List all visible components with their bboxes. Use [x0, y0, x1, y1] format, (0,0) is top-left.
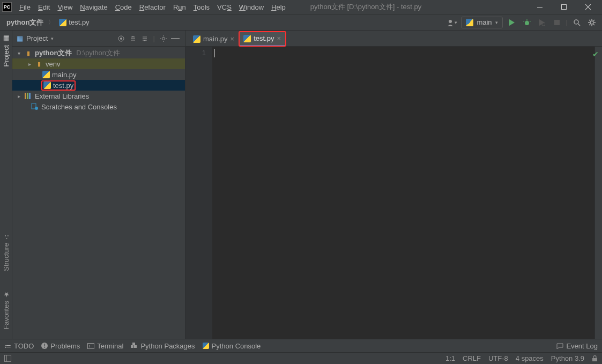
tool-problems-label: Problems: [50, 342, 80, 350]
tool-todo-label: TODO: [14, 342, 34, 350]
run-coverage-button[interactable]: [536, 17, 548, 28]
run-config-selector[interactable]: main ▾: [461, 17, 502, 28]
stop-button[interactable]: [551, 17, 563, 28]
lock-icon[interactable]: [592, 355, 598, 362]
tab-main-label: main.py: [203, 35, 228, 43]
svg-point-9: [574, 20, 578, 24]
code-editor[interactable]: [212, 47, 594, 339]
project-view-icon: ▦: [17, 34, 23, 42]
tool-todo[interactable]: ≔ TODO: [4, 342, 34, 350]
status-interpreter[interactable]: Python 3.9: [551, 354, 584, 362]
status-line-separator[interactable]: CRLF: [463, 354, 481, 362]
tree-venv[interactable]: ▸ ▮ venv: [12, 58, 185, 69]
svg-rect-37: [5, 355, 7, 362]
left-tool-gutter: Project ▦ Structure ⛬ Favorites ★: [0, 31, 12, 339]
svg-rect-34: [134, 345, 137, 348]
close-tab-icon[interactable]: ×: [277, 34, 281, 42]
svg-point-3: [525, 21, 529, 25]
tree-test-label: test.py: [53, 81, 73, 90]
minimize-button[interactable]: [527, 0, 552, 14]
tree-root[interactable]: ▾ ▮ python文件 D:\python文件: [12, 48, 185, 58]
menu-code[interactable]: Code: [112, 2, 135, 12]
tool-terminal[interactable]: Terminal: [87, 342, 123, 350]
tree-main-py[interactable]: main.py: [12, 69, 185, 80]
packages-icon: [131, 343, 138, 350]
close-tab-icon[interactable]: ×: [231, 35, 235, 43]
line-number-1: 1: [185, 49, 206, 57]
status-indent[interactable]: 4 spaces: [516, 354, 544, 362]
menu-navigate[interactable]: Navigate: [77, 2, 110, 12]
svg-rect-29: [29, 93, 31, 99]
editor-area: main.py × test.py × 1 ✔: [185, 31, 602, 339]
tab-test-py[interactable]: test.py ×: [239, 32, 286, 46]
svg-rect-38: [592, 358, 597, 361]
tree-extlib-label: External Libraries: [35, 92, 89, 100]
menu-vcs[interactable]: VCS: [214, 2, 235, 12]
editor-scrollbar[interactable]: ✔: [594, 47, 602, 339]
editor-tabs: main.py × test.py ×: [185, 31, 602, 47]
svg-line-16: [589, 20, 590, 21]
sidebar-settings-button[interactable]: [158, 33, 169, 44]
user-icon[interactable]: ▾: [446, 17, 458, 28]
tool-event-log[interactable]: Event Log: [556, 342, 598, 350]
folder-icon: ▮: [35, 60, 43, 68]
menu-view[interactable]: View: [54, 2, 76, 12]
tab-main-py[interactable]: main.py ×: [189, 32, 239, 46]
tool-tab-structure[interactable]: Structure ⛬: [1, 229, 11, 276]
expand-arrow-icon: ▸: [26, 61, 33, 67]
analysis-ok-icon: ✔: [592, 50, 599, 58]
chevron-down-icon: ▾: [51, 36, 54, 41]
menu-file[interactable]: File: [16, 2, 34, 12]
settings-button[interactable]: [586, 17, 598, 28]
svg-point-21: [120, 38, 122, 40]
python-icon: [466, 19, 473, 26]
tool-console-label: Python Console: [212, 342, 261, 350]
tab-test-label: test.py: [254, 34, 274, 42]
menu-refactor[interactable]: Refactor: [136, 2, 169, 12]
tree-main-label: main.py: [52, 71, 77, 79]
python-file-icon: [43, 81, 51, 89]
text-cursor: [214, 49, 215, 57]
expand-arrow-icon: ▸: [16, 93, 22, 99]
breadcrumb-file[interactable]: test.py: [57, 17, 91, 27]
expand-all-button[interactable]: [128, 33, 138, 44]
tool-python-console[interactable]: Python Console: [203, 342, 261, 350]
menu-tools[interactable]: Tools: [190, 2, 213, 12]
tree-root-label: python文件: [35, 48, 72, 58]
status-encoding[interactable]: UTF-8: [488, 354, 508, 362]
svg-line-5: [523, 21, 524, 22]
svg-rect-36: [5, 355, 11, 362]
menu-edit[interactable]: Edit: [35, 2, 53, 12]
tree-scratches[interactable]: Scratches and Consoles: [12, 101, 185, 112]
tree-external-libraries[interactable]: ▸ External Libraries: [12, 91, 185, 101]
status-widgets-icon[interactable]: [4, 355, 11, 362]
collapse-all-button[interactable]: [139, 33, 150, 44]
status-caret-pos[interactable]: 1:1: [445, 354, 455, 362]
tool-tab-project[interactable]: Project ▦: [1, 31, 11, 71]
sidebar-title-button[interactable]: ▦ Project ▾: [17, 34, 113, 42]
star-icon: ★: [2, 291, 10, 299]
hide-sidebar-button[interactable]: —: [170, 33, 181, 44]
breadcrumb-project[interactable]: python文件: [4, 17, 46, 28]
event-log-icon: [556, 343, 563, 349]
svg-rect-8: [554, 20, 560, 25]
menu-run[interactable]: Run: [170, 2, 189, 12]
select-opened-file-button[interactable]: [116, 33, 127, 44]
svg-point-2: [449, 20, 452, 23]
project-tool-icon: ▦: [2, 35, 10, 43]
terminal-icon: [87, 343, 94, 349]
tree-test-py[interactable]: test.py: [12, 80, 185, 91]
close-button[interactable]: [576, 0, 600, 14]
tool-tab-structure-label: Structure: [2, 243, 10, 271]
svg-point-11: [590, 21, 593, 24]
tool-tab-favorites[interactable]: Favorites ★: [1, 286, 11, 333]
tool-problems[interactable]: ! Problems: [41, 342, 80, 350]
maximize-button[interactable]: [552, 0, 576, 14]
debug-button[interactable]: [521, 17, 533, 28]
menu-window[interactable]: Window: [236, 2, 267, 12]
menu-help[interactable]: Help: [268, 2, 289, 12]
search-button[interactable]: [571, 17, 583, 28]
tool-python-packages[interactable]: Python Packages: [131, 342, 195, 350]
tree-venv-label: venv: [46, 60, 60, 68]
run-button[interactable]: [506, 17, 518, 28]
